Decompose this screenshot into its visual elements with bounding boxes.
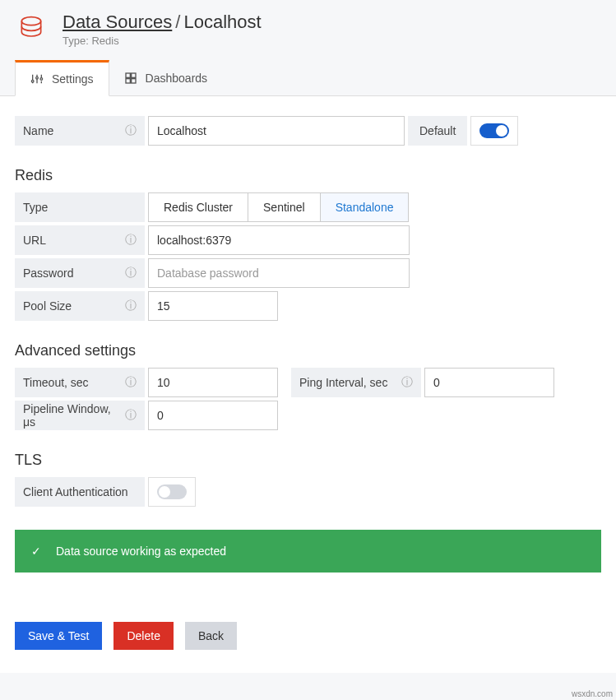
info-icon[interactable]: ⓘ [125, 233, 137, 248]
status-alert: ✓ Data source working as expected [15, 530, 601, 573]
name-label: Name ⓘ [15, 116, 145, 146]
name-input[interactable] [148, 116, 405, 146]
row-name: Name ⓘ Default [15, 116, 601, 146]
svg-point-0 [21, 17, 40, 25]
section-advanced-title: Advanced settings [15, 342, 601, 359]
type-option-standalone[interactable]: Standalone [321, 193, 409, 221]
delete-button[interactable]: Delete [113, 622, 173, 650]
default-label: Default [408, 116, 467, 146]
poolsize-label: Pool Size ⓘ [15, 291, 145, 321]
info-icon[interactable]: ⓘ [125, 266, 137, 280]
breadcrumb-root-link[interactable]: Data Sources [63, 12, 172, 32]
footer-buttons: Save & Test Delete Back [15, 622, 601, 650]
default-toggle[interactable] [479, 123, 509, 138]
tabs: Settings Dashboards [0, 60, 616, 96]
password-label: Password ⓘ [15, 258, 145, 288]
breadcrumb-current: Localhost [183, 12, 261, 32]
type-button-group: Redis Cluster Sentinel Standalone [148, 192, 409, 222]
poolsize-input[interactable] [148, 291, 278, 321]
row-client-auth: Client Authentication [15, 477, 601, 507]
password-input[interactable] [148, 258, 410, 288]
ping-label: Ping Interval, sec ⓘ [291, 368, 421, 397]
info-icon[interactable]: ⓘ [125, 123, 137, 138]
info-icon[interactable]: ⓘ [125, 408, 137, 423]
url-label: URL ⓘ [15, 225, 145, 255]
sliders-icon [30, 72, 44, 86]
dashboard-icon [124, 72, 137, 85]
check-icon: ✓ [31, 545, 41, 558]
svg-point-3 [40, 78, 43, 81]
svg-rect-4 [126, 73, 130, 77]
info-icon[interactable]: ⓘ [401, 375, 413, 390]
ping-input[interactable] [424, 368, 554, 397]
info-icon[interactable]: ⓘ [125, 375, 137, 390]
timeout-label: Timeout, sec ⓘ [15, 368, 145, 397]
svg-rect-6 [126, 78, 130, 82]
info-icon[interactable]: ⓘ [125, 299, 137, 313]
client-auth-toggle[interactable] [157, 484, 187, 499]
svg-point-2 [36, 76, 39, 79]
default-toggle-wrap [470, 116, 518, 146]
alert-message: Data source working as expected [56, 545, 226, 558]
url-input[interactable] [148, 225, 410, 255]
section-tls-title: TLS [15, 452, 601, 469]
row-url: URL ⓘ [15, 225, 601, 255]
pipeline-input[interactable] [148, 401, 278, 430]
section-redis-title: Redis [15, 167, 601, 184]
pipeline-label: Pipeline Window, μs ⓘ [15, 401, 145, 430]
type-option-sentinel[interactable]: Sentinel [248, 193, 321, 221]
row-pipeline: Pipeline Window, μs ⓘ [15, 401, 601, 430]
client-auth-label: Client Authentication [15, 477, 145, 507]
timeout-input[interactable] [148, 368, 278, 397]
redis-logo-icon [15, 12, 48, 44]
row-timeout-ping: Timeout, sec ⓘ Ping Interval, sec ⓘ [15, 368, 601, 397]
svg-rect-7 [131, 78, 135, 82]
save-test-button[interactable]: Save & Test [15, 622, 102, 650]
client-auth-toggle-wrap [148, 477, 196, 507]
breadcrumb: Data Sources/Localhost [63, 12, 262, 33]
tab-dashboards-label: Dashboards [146, 72, 208, 85]
svg-point-1 [31, 80, 34, 82]
page-header: Data Sources/Localhost Type: Redis [0, 0, 616, 52]
type-label: Type [15, 192, 145, 222]
tab-settings[interactable]: Settings [15, 60, 109, 96]
datasource-type-label: Type: Redis [63, 35, 262, 47]
type-option-cluster[interactable]: Redis Cluster [149, 193, 248, 221]
back-button[interactable]: Back [185, 622, 237, 650]
svg-rect-5 [131, 73, 135, 77]
row-poolsize: Pool Size ⓘ [15, 291, 601, 321]
row-type: Type Redis Cluster Sentinel Standalone [15, 192, 601, 222]
tab-dashboards[interactable]: Dashboards [109, 60, 223, 95]
tab-settings-label: Settings [52, 72, 94, 86]
row-password: Password ⓘ [15, 258, 601, 288]
